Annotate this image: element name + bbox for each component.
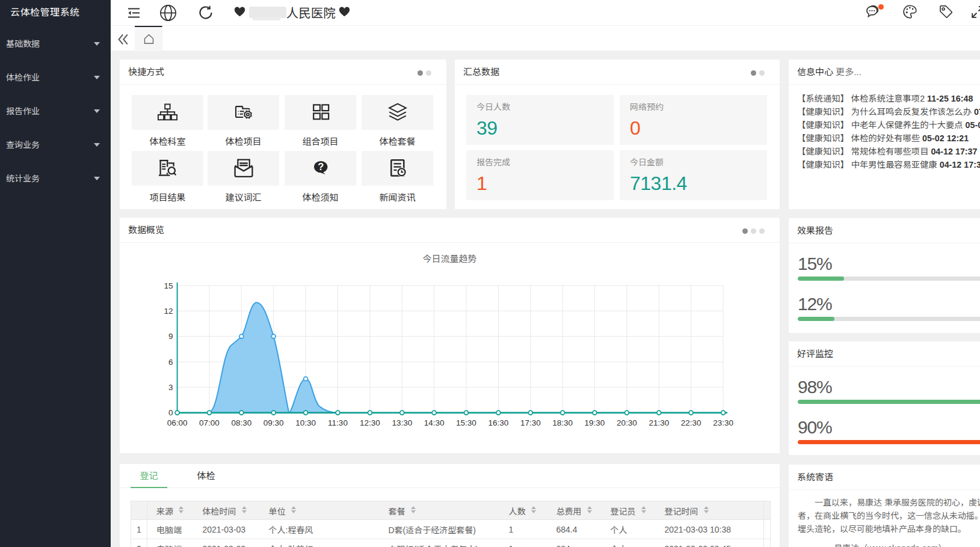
svg-text:17:30: 17:30 (520, 418, 541, 427)
svg-text:07:00: 07:00 (199, 418, 220, 427)
svg-text:08:30: 08:30 (232, 418, 252, 427)
svg-text:23:30: 23:30 (713, 418, 733, 427)
svg-text:21:30: 21:30 (649, 418, 669, 427)
svg-text:12: 12 (164, 307, 173, 316)
svg-text:0: 0 (168, 408, 173, 417)
svg-text:22:30: 22:30 (681, 418, 701, 427)
svg-text:19:30: 19:30 (585, 418, 605, 427)
svg-text:11:30: 11:30 (328, 418, 348, 427)
svg-text:15: 15 (164, 281, 173, 290)
svg-text:09:30: 09:30 (263, 418, 284, 427)
svg-text:12:30: 12:30 (360, 418, 380, 427)
svg-text:3: 3 (168, 383, 173, 392)
svg-text:6: 6 (168, 358, 173, 367)
svg-text:9: 9 (168, 332, 173, 341)
svg-text:06:00: 06:00 (167, 418, 188, 427)
svg-text:?: ? (318, 161, 324, 172)
svg-text:10:30: 10:30 (295, 418, 316, 427)
svg-text:15:30: 15:30 (456, 418, 476, 427)
svg-text:13:30: 13:30 (392, 418, 412, 427)
svg-text:20:30: 20:30 (617, 418, 637, 427)
svg-text:14:30: 14:30 (424, 418, 445, 427)
svg-text:16:30: 16:30 (488, 418, 509, 427)
svg-text:18:30: 18:30 (552, 418, 573, 427)
